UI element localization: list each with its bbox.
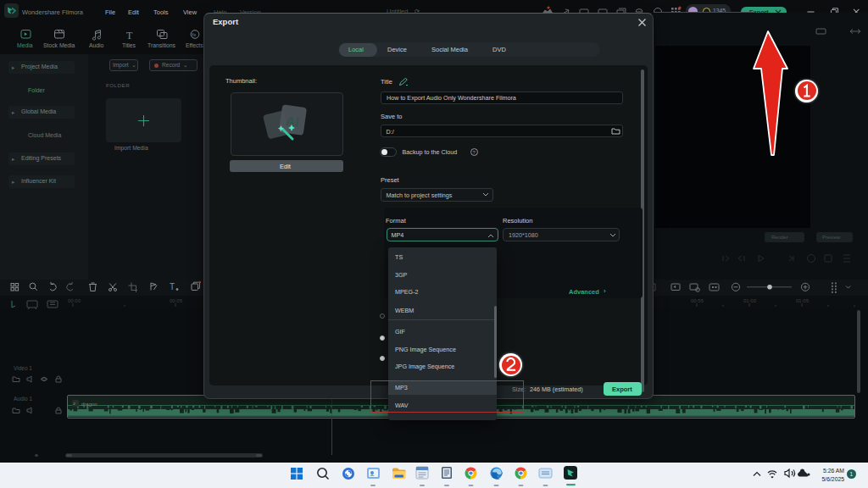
svg-text:T: T [126, 30, 133, 42]
svg-text:fx: fx [192, 32, 197, 37]
svg-text:T: T [170, 282, 175, 291]
